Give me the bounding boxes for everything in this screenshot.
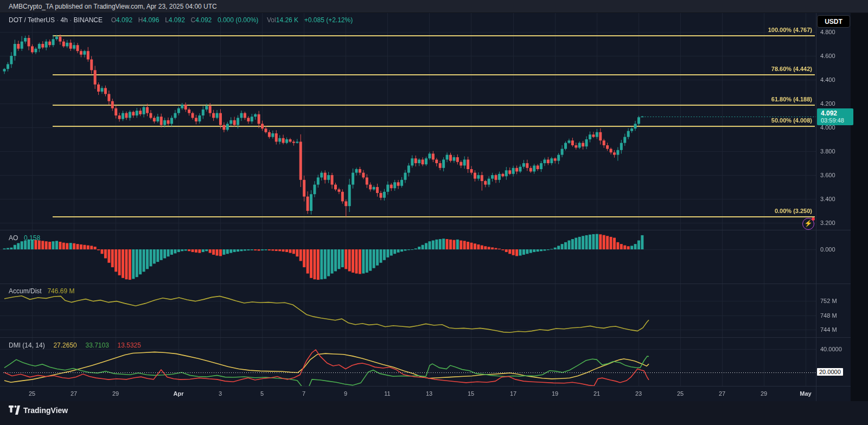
current-price-badge: 4.092 03:59:48 bbox=[817, 108, 853, 125]
dmi-title[interactable]: DMI (14, 14) bbox=[9, 342, 45, 349]
ao-indicator-value: 0.158 bbox=[24, 234, 40, 242]
interval-label[interactable]: 4h bbox=[61, 16, 68, 24]
notification-dot bbox=[812, 217, 815, 221]
currency-toggle-button[interactable]: USDT bbox=[817, 15, 850, 28]
dmi-minus-di-value: 13.5325 bbox=[118, 342, 141, 349]
chart-canvas[interactable] bbox=[0, 0, 868, 425]
close-value: 4.092 bbox=[195, 16, 212, 24]
volume-value: 14.26 K bbox=[276, 16, 298, 24]
dmi-level-badge: 20.0000 bbox=[817, 368, 843, 376]
accum-dist-title[interactable]: Accum/Dist bbox=[9, 287, 42, 295]
tradingview-logo-icon bbox=[9, 405, 20, 415]
bar-countdown: 03:59:48 bbox=[821, 117, 853, 124]
ao-legend: AO 0.158 bbox=[9, 234, 40, 242]
accum-dist-value: 746.69 M bbox=[47, 287, 74, 295]
open-value: 4.092 bbox=[116, 16, 132, 24]
low-label: L bbox=[165, 16, 169, 24]
low-value: 4.092 bbox=[169, 16, 185, 24]
tradingview-logo-text: TradingView bbox=[23, 406, 68, 415]
volume-change-value: +0.085 (+2.12%) bbox=[304, 16, 353, 24]
exchange-label[interactable]: BINANCE bbox=[74, 16, 103, 24]
screenshot-root: AMBCrypto_TA published on TradingView.co… bbox=[0, 0, 868, 425]
dmi-legend: DMI (14, 14) 27.2650 33.7103 13.5325 bbox=[9, 342, 141, 349]
change-value: 0.000 (0.00%) bbox=[218, 16, 258, 24]
dmi-plus-di-value: 33.7103 bbox=[85, 342, 108, 349]
symbol-title[interactable]: DOT / TetherUS bbox=[9, 16, 55, 24]
accum-dist-legend: Accum/Dist 746.69 M bbox=[9, 287, 74, 295]
current-price-value: 4.092 bbox=[821, 110, 853, 117]
footer-bar: TradingView bbox=[0, 401, 868, 425]
high-value: 4.096 bbox=[143, 16, 159, 24]
close-label: C bbox=[191, 16, 196, 24]
volume-label: Vol bbox=[267, 16, 276, 24]
tradingview-logo[interactable]: TradingView bbox=[9, 405, 68, 415]
ao-indicator-title[interactable]: AO bbox=[9, 234, 18, 242]
open-label: O bbox=[111, 16, 116, 24]
main-legend: DOT / TetherUS · 4h · BINANCE O4.092 H4.… bbox=[9, 16, 353, 24]
dmi-adx-value: 27.2650 bbox=[53, 342, 76, 349]
quick-action-flash-icon[interactable]: ⚡ bbox=[802, 218, 814, 230]
